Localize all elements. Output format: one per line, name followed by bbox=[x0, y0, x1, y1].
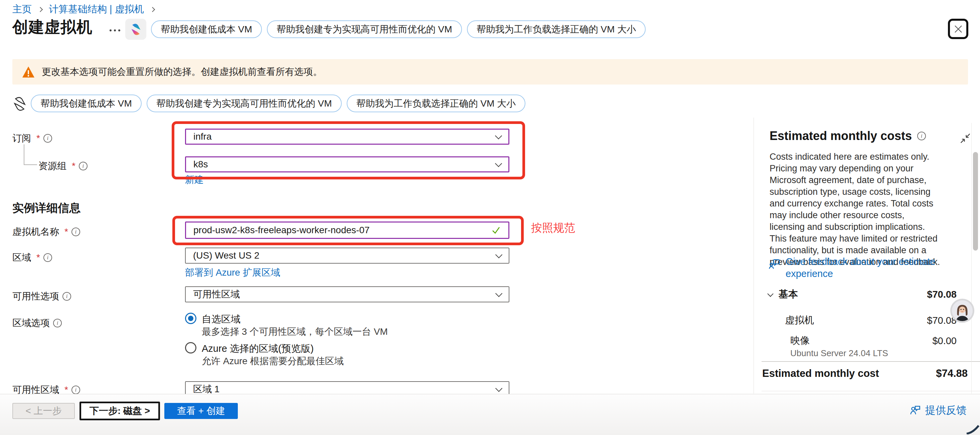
next-disks-button[interactable]: 下一步: 磁盘 > bbox=[80, 402, 160, 420]
scrollbar[interactable] bbox=[973, 152, 978, 250]
info-icon[interactable]: i bbox=[72, 228, 80, 236]
chevron-down-icon bbox=[495, 290, 502, 297]
radio-selected-icon[interactable] bbox=[185, 313, 196, 324]
divider bbox=[762, 391, 980, 391]
feedback-button[interactable]: 提供反馈 bbox=[909, 403, 967, 417]
cost-group-label: 基本 bbox=[779, 288, 798, 301]
resource-group-value: k8s bbox=[193, 159, 208, 170]
valid-check-icon bbox=[491, 225, 501, 235]
info-icon[interactable]: i bbox=[72, 386, 80, 394]
chevron-down-icon bbox=[495, 160, 502, 167]
cost-total-value: $74.88 bbox=[936, 368, 968, 379]
create-vm-page: 主页 计算基础结构 | 虚拟机 创建虚拟机 帮助我创建低成本 VM 帮助我创建专… bbox=[0, 0, 980, 435]
cost-panel-title: Estimated monthly costs bbox=[770, 129, 912, 143]
warning-text: 更改基本选项可能会重置所做的选择。创建虚拟机前查看所有选项。 bbox=[42, 65, 322, 78]
region-value: (US) West US 2 bbox=[193, 250, 259, 261]
vm-name-value: prod-usw2-k8s-freeleaps-worker-nodes-07 bbox=[193, 225, 370, 236]
copilot-suggestions-top: 帮助我创建低成本 VM 帮助我创建专为实现高可用性而优化的 VM 帮助我为工作负… bbox=[151, 21, 646, 38]
subscription-dropdown[interactable]: infra bbox=[185, 129, 509, 145]
vm-name-label: 虚拟机名称* i bbox=[12, 226, 80, 238]
vm-name-input[interactable]: prod-usw2-k8s-freeleaps-worker-nodes-07 bbox=[185, 221, 509, 239]
tree-connector bbox=[24, 144, 24, 165]
suggestion-chip-vm-size[interactable]: 帮助我为工作负载选择正确的 VM 大小 bbox=[347, 94, 526, 112]
info-icon[interactable]: i bbox=[917, 132, 926, 140]
panel-edge-line bbox=[971, 123, 972, 394]
create-new-link[interactable]: 新建 bbox=[185, 174, 204, 186]
extended-zone-link[interactable]: 部署到 Azure 扩展区域 bbox=[185, 266, 280, 279]
chevron-down-icon bbox=[495, 384, 502, 392]
cost-group-row[interactable]: 基本 $70.08 bbox=[768, 288, 957, 301]
copilot-outline-icon[interactable] bbox=[11, 96, 28, 113]
availability-options-label: 可用性选项 i bbox=[12, 290, 71, 303]
cost-row-vm: 虚拟机 $70.08 bbox=[768, 314, 957, 327]
chevron-down-icon bbox=[495, 132, 502, 139]
info-icon[interactable]: i bbox=[53, 319, 62, 327]
copilot-suggestions-inline: 帮助我创建低成本 VM 帮助我创建专为实现高可用性而优化的 VM 帮助我为工作负… bbox=[31, 94, 525, 112]
section-title-instance-details: 实例详细信息 bbox=[12, 201, 81, 216]
resource-group-dropdown[interactable]: k8s bbox=[185, 156, 509, 172]
breadcrumb-home-link[interactable]: 主页 bbox=[12, 3, 32, 16]
cost-panel-description: Costs indicated here are estimates only.… bbox=[770, 151, 942, 268]
availability-options-value: 可用性区域 bbox=[193, 288, 240, 301]
suggestion-chip-vm-size[interactable]: 帮助我为工作负载选择正确的 VM 大小 bbox=[467, 21, 646, 38]
previous-button[interactable]: < 上一步 bbox=[12, 403, 75, 419]
zone-options-label: 区域选项 i bbox=[12, 317, 62, 330]
suggestion-chip-low-cost[interactable]: 帮助我创建低成本 VM bbox=[151, 21, 262, 38]
suggestion-chip-high-availability[interactable]: 帮助我创建专为实现高可用性而优化的 VM bbox=[146, 94, 342, 112]
cost-row-label: 映像 bbox=[790, 334, 810, 347]
radio-unselected-icon[interactable] bbox=[185, 342, 196, 354]
region-dropdown[interactable]: (US) West US 2 bbox=[185, 248, 509, 264]
estimate-feedback-link[interactable]: Give feedback about your estimate experi… bbox=[768, 256, 939, 280]
breadcrumb-vm-link[interactable]: 计算基础结构 | 虚拟机 bbox=[49, 3, 144, 16]
info-icon[interactable]: i bbox=[43, 253, 52, 262]
feedback-person-icon bbox=[909, 404, 921, 416]
panel-divider bbox=[754, 118, 754, 394]
assistant-avatar[interactable] bbox=[950, 299, 974, 323]
review-create-button[interactable]: 查看 + 创建 bbox=[164, 403, 238, 419]
feedback-bubbles-icon bbox=[768, 258, 781, 270]
radio-description: 最多选择 3 个可用性区域，每个区域一台 VM bbox=[202, 325, 388, 338]
annotation-text: 按照规范 bbox=[531, 220, 575, 236]
radio-label[interactable]: Azure 选择的区域(预览版) bbox=[202, 342, 313, 355]
breadcrumb: 主页 计算基础结构 | 虚拟机 bbox=[12, 3, 154, 16]
info-icon[interactable]: i bbox=[79, 162, 88, 170]
zone-option-azure-select: Azure 选择的区域(预览版) bbox=[185, 342, 313, 355]
suggestion-chip-low-cost[interactable]: 帮助我创建低成本 VM bbox=[31, 94, 142, 112]
suggestion-chip-high-availability[interactable]: 帮助我创建专为实现高可用性而优化的 VM bbox=[267, 21, 462, 38]
subscription-label: 订阅* i bbox=[12, 132, 52, 145]
corner-widget bbox=[966, 425, 979, 434]
more-menu-icon[interactable] bbox=[110, 29, 120, 32]
tree-connector bbox=[24, 164, 37, 165]
chevron-down-icon bbox=[767, 291, 773, 297]
cost-row-value: $0.00 bbox=[932, 335, 957, 346]
cost-row-sublabel: Ubuntu Server 24.04 LTS bbox=[790, 348, 888, 359]
radio-description: 允许 Azure 根据需要分配最佳区域 bbox=[202, 355, 344, 368]
cost-total-label: Estimated monthly cost bbox=[762, 368, 879, 379]
chevron-right-icon bbox=[38, 7, 43, 12]
resource-group-label: 资源组* i bbox=[38, 160, 88, 172]
availability-options-dropdown[interactable]: 可用性区域 bbox=[185, 286, 509, 302]
close-icon bbox=[953, 24, 963, 34]
region-label: 区域* i bbox=[12, 251, 52, 264]
info-icon[interactable]: i bbox=[43, 134, 52, 143]
close-button[interactable] bbox=[948, 19, 968, 39]
cost-total-row: Estimated monthly cost $74.88 bbox=[762, 368, 968, 379]
copilot-button[interactable] bbox=[125, 19, 146, 40]
divider bbox=[762, 361, 980, 362]
cost-row-image: 映像 $0.00 bbox=[768, 334, 957, 347]
radio-label[interactable]: 自选区域 bbox=[202, 313, 240, 326]
page-title: 创建虚拟机 bbox=[12, 17, 92, 38]
zone-option-self-select: 自选区域 bbox=[185, 313, 240, 326]
info-icon[interactable]: i bbox=[62, 292, 71, 301]
collapse-panel-icon[interactable] bbox=[960, 133, 970, 143]
cost-panel-header: Estimated monthly costs i bbox=[770, 129, 926, 143]
warning-banner: 更改基本选项可能会重置所做的选择。创建虚拟机前查看所有选项。 bbox=[12, 59, 968, 84]
cost-row-label: 虚拟机 bbox=[785, 314, 814, 327]
chevron-down-icon bbox=[495, 251, 502, 258]
subscription-value: infra bbox=[193, 131, 212, 142]
cost-group-value: $70.08 bbox=[927, 289, 957, 300]
copilot-icon bbox=[129, 22, 143, 37]
warning-icon bbox=[22, 67, 34, 78]
chevron-right-icon bbox=[150, 7, 155, 12]
